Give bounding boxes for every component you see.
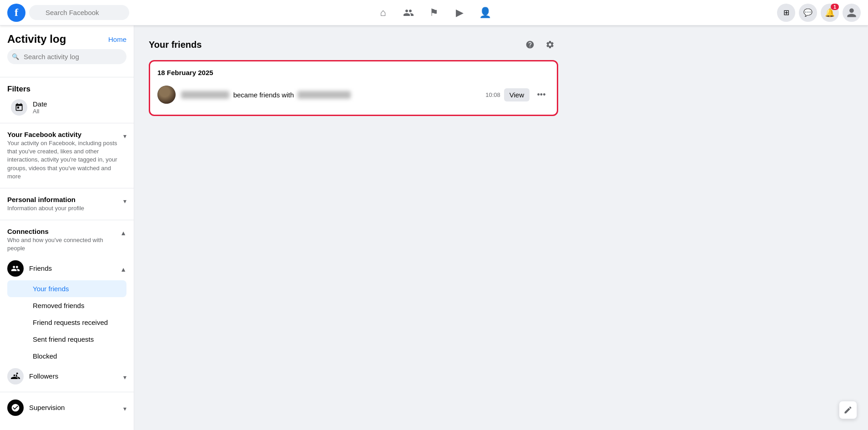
divider-2: [0, 123, 134, 123]
topnav-center: ⌂ ⚑ ▶ 👤: [135, 2, 733, 24]
chevron-down-icon: ▾: [123, 132, 126, 140]
sidebar-title: Activity log: [7, 33, 66, 46]
topnav-right: ⊞ 💬 🔔 1: [733, 4, 861, 22]
friends-nav-button[interactable]: [398, 2, 419, 24]
personal-info-desc: Information about your profile: [7, 204, 123, 212]
friends-group-label: Friends: [29, 264, 52, 272]
connections-text: Connections Who and how you've connected…: [7, 228, 120, 253]
divider-4: [0, 220, 134, 220]
followers-section: Followers ▾: [4, 364, 130, 388]
messenger-button[interactable]: 💬: [799, 4, 817, 22]
activity-time: 10:08: [485, 91, 500, 98]
help-icon-button[interactable]: [522, 36, 538, 53]
personal-info-chevron-icon: ▾: [123, 197, 126, 205]
supervision-label: Supervision: [29, 404, 65, 411]
date-filter-info: Date All: [33, 100, 47, 115]
content-header-icons: [522, 36, 558, 53]
followers-left: Followers: [7, 368, 58, 384]
sidebar: Activity log Home 🔍 Filters Date All: [0, 25, 134, 430]
sidebar-item-removed-friends[interactable]: Removed friends: [7, 297, 126, 314]
video-nav-button[interactable]: ▶: [449, 2, 470, 24]
main-inner: Your friends 18 February 2025: [149, 36, 558, 116]
friends-group-left: Friends: [7, 260, 52, 277]
facebook-logo[interactable]: f: [7, 4, 25, 22]
blurred-name-1: ██████████: [181, 91, 229, 99]
write-post-icon[interactable]: [839, 401, 857, 419]
connections-title: Connections: [7, 228, 120, 235]
personal-info-section: Personal information Information about y…: [0, 192, 134, 216]
activity-right: 10:08 View •••: [485, 86, 550, 103]
sidebar-item-friend-requests-received[interactable]: Friend requests received: [7, 314, 126, 331]
main-layout: Activity log Home 🔍 Filters Date All: [0, 25, 868, 430]
friends-group-icon: [7, 260, 24, 277]
supervision-left: Supervision: [7, 400, 65, 416]
connections-header[interactable]: Connections Who and how you've connected…: [7, 224, 126, 256]
divider-1: [0, 77, 134, 77]
grid-menu-button[interactable]: ⊞: [777, 4, 795, 22]
page-title: Your friends: [149, 40, 202, 50]
divider-5: [0, 392, 134, 392]
avatar: [157, 86, 176, 104]
supervision-header[interactable]: Supervision ▾: [4, 396, 130, 420]
sidebar-item-blocked[interactable]: Blocked: [7, 348, 126, 364]
date-icon: [11, 99, 27, 116]
sidebar-title-row: Activity log Home: [7, 33, 126, 46]
topnav-left: f 🔍: [7, 4, 135, 22]
avatar-image: [157, 86, 176, 104]
blurred-name-2: ███████████: [298, 91, 351, 99]
your-facebook-activity-text: Your Facebook activity Your activity on …: [7, 131, 123, 181]
your-facebook-activity-section: Your Facebook activity Your activity on …: [0, 127, 134, 184]
main-content: Your friends 18 February 2025: [134, 25, 868, 430]
followers-header[interactable]: Followers ▾: [4, 364, 130, 388]
activity-item: ██████████ became friends with █████████…: [157, 82, 550, 107]
profile-button[interactable]: [843, 4, 861, 22]
sidebar-item-sent-friend-requests[interactable]: Sent friend requests: [7, 331, 126, 348]
connections-desc: Who and how you've connected with people: [7, 236, 120, 253]
personal-info-header[interactable]: Personal information Information about y…: [7, 192, 126, 216]
followers-icon: [7, 368, 24, 384]
date-filter[interactable]: Date All: [4, 96, 130, 119]
your-facebook-activity-header[interactable]: Your Facebook activity Your activity on …: [7, 127, 126, 184]
personal-info-title: Personal information: [7, 196, 123, 203]
sidebar-search-wrap: 🔍: [7, 49, 126, 64]
activity-card: 18 February 2025 ██████████ became frien…: [149, 60, 558, 116]
supervision-chevron-icon: ▾: [123, 405, 126, 412]
date-filter-name: Date: [33, 100, 47, 108]
activity-text: ██████████ became friends with █████████…: [181, 91, 485, 99]
notifications-button[interactable]: 🔔 1: [821, 4, 839, 22]
settings-icon-button[interactable]: [542, 36, 558, 53]
friends-group-header[interactable]: Friends ▲: [4, 257, 130, 280]
search-input[interactable]: [29, 5, 129, 20]
followers-label: Followers: [29, 372, 58, 380]
supervision-section: Supervision ▾: [4, 396, 130, 420]
view-button[interactable]: View: [504, 88, 530, 101]
activity-date: 18 February 2025: [157, 69, 550, 76]
friends-group: Friends ▲ Your friends Removed friends F…: [4, 257, 130, 364]
supervision-icon: [7, 400, 24, 416]
your-facebook-activity-title: Your Facebook activity: [7, 131, 123, 138]
top-navigation: f 🔍 ⌂ ⚑ ▶ 👤 ⊞ 💬 🔔 1: [0, 0, 868, 25]
home-link[interactable]: Home: [108, 35, 126, 43]
sidebar-item-your-friends[interactable]: Your friends: [7, 280, 126, 297]
date-filter-sub: All: [33, 108, 47, 115]
friends-chevron-icon: ▲: [120, 266, 126, 273]
content-header: Your friends: [149, 36, 558, 53]
divider-3: [0, 188, 134, 188]
connections-chevron-icon: ▲: [120, 229, 126, 237]
filters-label: Filters: [0, 81, 134, 96]
followers-chevron-icon: ▾: [123, 374, 126, 381]
sidebar-search-input[interactable]: [7, 49, 126, 64]
more-options-button[interactable]: •••: [533, 86, 550, 103]
notification-badge: 1: [831, 4, 839, 10]
sidebar-search-icon: 🔍: [12, 53, 19, 60]
connections-section: Connections Who and how you've connected…: [0, 224, 134, 256]
store-nav-button[interactable]: 👤: [474, 2, 496, 24]
personal-info-text: Personal information Information about y…: [7, 196, 123, 212]
sidebar-header: Activity log Home 🔍: [0, 31, 134, 73]
your-facebook-activity-desc: Your activity on Facebook, including pos…: [7, 139, 123, 181]
home-nav-button[interactable]: ⌂: [372, 2, 394, 24]
search-wrap: 🔍: [29, 5, 129, 20]
activity-became-friends-text: became friends with: [233, 91, 294, 99]
flag-nav-button[interactable]: ⚑: [423, 2, 445, 24]
